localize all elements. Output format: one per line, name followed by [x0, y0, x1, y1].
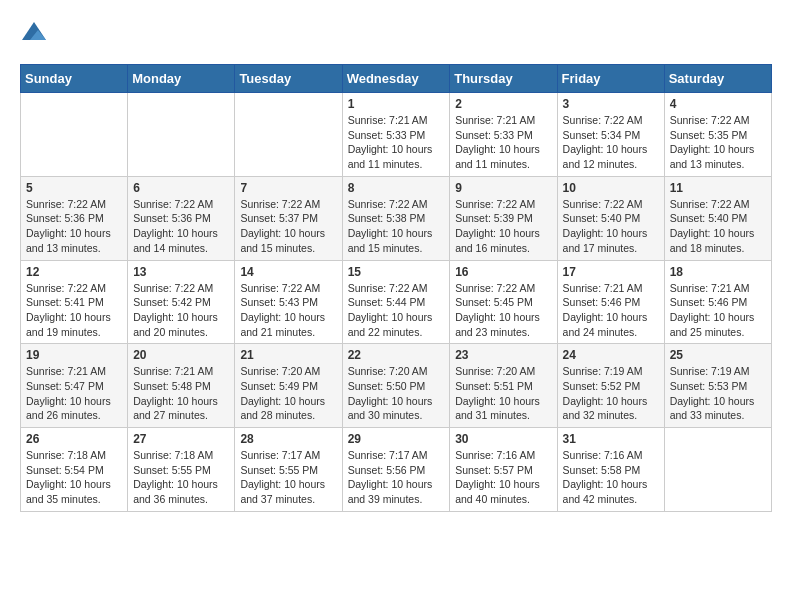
day-content: Sunrise: 7:21 AM Sunset: 5:48 PM Dayligh…	[133, 364, 229, 423]
day-content: Sunrise: 7:22 AM Sunset: 5:36 PM Dayligh…	[133, 197, 229, 256]
day-content: Sunrise: 7:19 AM Sunset: 5:53 PM Dayligh…	[670, 364, 766, 423]
day-number: 27	[133, 432, 229, 446]
calendar-cell: 1Sunrise: 7:21 AM Sunset: 5:33 PM Daylig…	[342, 93, 450, 177]
day-content: Sunrise: 7:21 AM Sunset: 5:46 PM Dayligh…	[670, 281, 766, 340]
day-content: Sunrise: 7:22 AM Sunset: 5:42 PM Dayligh…	[133, 281, 229, 340]
calendar-cell: 18Sunrise: 7:21 AM Sunset: 5:46 PM Dayli…	[664, 260, 771, 344]
day-content: Sunrise: 7:21 AM Sunset: 5:33 PM Dayligh…	[455, 113, 551, 172]
logo-icon	[20, 20, 48, 48]
day-number: 10	[563, 181, 659, 195]
weekday-header-friday: Friday	[557, 65, 664, 93]
day-number: 7	[240, 181, 336, 195]
day-content: Sunrise: 7:17 AM Sunset: 5:55 PM Dayligh…	[240, 448, 336, 507]
day-number: 26	[26, 432, 122, 446]
calendar-table: SundayMondayTuesdayWednesdayThursdayFrid…	[20, 64, 772, 512]
day-content: Sunrise: 7:18 AM Sunset: 5:55 PM Dayligh…	[133, 448, 229, 507]
day-number: 1	[348, 97, 445, 111]
calendar-cell: 2Sunrise: 7:21 AM Sunset: 5:33 PM Daylig…	[450, 93, 557, 177]
calendar-cell	[128, 93, 235, 177]
day-number: 17	[563, 265, 659, 279]
week-row-2: 5Sunrise: 7:22 AM Sunset: 5:36 PM Daylig…	[21, 176, 772, 260]
calendar-cell: 22Sunrise: 7:20 AM Sunset: 5:50 PM Dayli…	[342, 344, 450, 428]
calendar-cell: 21Sunrise: 7:20 AM Sunset: 5:49 PM Dayli…	[235, 344, 342, 428]
weekday-header-row: SundayMondayTuesdayWednesdayThursdayFrid…	[21, 65, 772, 93]
calendar-cell: 6Sunrise: 7:22 AM Sunset: 5:36 PM Daylig…	[128, 176, 235, 260]
day-number: 12	[26, 265, 122, 279]
weekday-header-wednesday: Wednesday	[342, 65, 450, 93]
day-content: Sunrise: 7:16 AM Sunset: 5:57 PM Dayligh…	[455, 448, 551, 507]
calendar-cell: 3Sunrise: 7:22 AM Sunset: 5:34 PM Daylig…	[557, 93, 664, 177]
day-number: 15	[348, 265, 445, 279]
calendar-cell: 30Sunrise: 7:16 AM Sunset: 5:57 PM Dayli…	[450, 428, 557, 512]
day-content: Sunrise: 7:17 AM Sunset: 5:56 PM Dayligh…	[348, 448, 445, 507]
calendar-cell: 28Sunrise: 7:17 AM Sunset: 5:55 PM Dayli…	[235, 428, 342, 512]
day-number: 8	[348, 181, 445, 195]
calendar-cell: 29Sunrise: 7:17 AM Sunset: 5:56 PM Dayli…	[342, 428, 450, 512]
calendar-cell: 5Sunrise: 7:22 AM Sunset: 5:36 PM Daylig…	[21, 176, 128, 260]
day-number: 25	[670, 348, 766, 362]
day-content: Sunrise: 7:16 AM Sunset: 5:58 PM Dayligh…	[563, 448, 659, 507]
day-number: 22	[348, 348, 445, 362]
calendar-cell: 20Sunrise: 7:21 AM Sunset: 5:48 PM Dayli…	[128, 344, 235, 428]
calendar-cell: 15Sunrise: 7:22 AM Sunset: 5:44 PM Dayli…	[342, 260, 450, 344]
calendar-cell	[235, 93, 342, 177]
calendar-cell: 31Sunrise: 7:16 AM Sunset: 5:58 PM Dayli…	[557, 428, 664, 512]
day-number: 21	[240, 348, 336, 362]
day-number: 20	[133, 348, 229, 362]
calendar-cell: 26Sunrise: 7:18 AM Sunset: 5:54 PM Dayli…	[21, 428, 128, 512]
day-content: Sunrise: 7:22 AM Sunset: 5:34 PM Dayligh…	[563, 113, 659, 172]
day-content: Sunrise: 7:22 AM Sunset: 5:38 PM Dayligh…	[348, 197, 445, 256]
day-content: Sunrise: 7:22 AM Sunset: 5:41 PM Dayligh…	[26, 281, 122, 340]
calendar-cell: 17Sunrise: 7:21 AM Sunset: 5:46 PM Dayli…	[557, 260, 664, 344]
day-content: Sunrise: 7:20 AM Sunset: 5:49 PM Dayligh…	[240, 364, 336, 423]
day-content: Sunrise: 7:21 AM Sunset: 5:46 PM Dayligh…	[563, 281, 659, 340]
calendar-cell: 14Sunrise: 7:22 AM Sunset: 5:43 PM Dayli…	[235, 260, 342, 344]
calendar-cell: 23Sunrise: 7:20 AM Sunset: 5:51 PM Dayli…	[450, 344, 557, 428]
weekday-header-thursday: Thursday	[450, 65, 557, 93]
week-row-3: 12Sunrise: 7:22 AM Sunset: 5:41 PM Dayli…	[21, 260, 772, 344]
day-number: 5	[26, 181, 122, 195]
day-content: Sunrise: 7:22 AM Sunset: 5:40 PM Dayligh…	[563, 197, 659, 256]
calendar-cell: 19Sunrise: 7:21 AM Sunset: 5:47 PM Dayli…	[21, 344, 128, 428]
weekday-header-sunday: Sunday	[21, 65, 128, 93]
calendar-cell	[664, 428, 771, 512]
day-content: Sunrise: 7:20 AM Sunset: 5:51 PM Dayligh…	[455, 364, 551, 423]
day-number: 28	[240, 432, 336, 446]
page-header	[20, 20, 772, 48]
day-number: 4	[670, 97, 766, 111]
day-number: 6	[133, 181, 229, 195]
calendar-cell: 4Sunrise: 7:22 AM Sunset: 5:35 PM Daylig…	[664, 93, 771, 177]
calendar-cell: 25Sunrise: 7:19 AM Sunset: 5:53 PM Dayli…	[664, 344, 771, 428]
day-number: 11	[670, 181, 766, 195]
day-number: 29	[348, 432, 445, 446]
day-content: Sunrise: 7:20 AM Sunset: 5:50 PM Dayligh…	[348, 364, 445, 423]
calendar-cell: 27Sunrise: 7:18 AM Sunset: 5:55 PM Dayli…	[128, 428, 235, 512]
day-number: 31	[563, 432, 659, 446]
day-number: 18	[670, 265, 766, 279]
day-content: Sunrise: 7:18 AM Sunset: 5:54 PM Dayligh…	[26, 448, 122, 507]
calendar-cell: 9Sunrise: 7:22 AM Sunset: 5:39 PM Daylig…	[450, 176, 557, 260]
calendar-cell: 16Sunrise: 7:22 AM Sunset: 5:45 PM Dayli…	[450, 260, 557, 344]
day-content: Sunrise: 7:22 AM Sunset: 5:39 PM Dayligh…	[455, 197, 551, 256]
week-row-1: 1Sunrise: 7:21 AM Sunset: 5:33 PM Daylig…	[21, 93, 772, 177]
logo	[20, 20, 50, 48]
day-number: 19	[26, 348, 122, 362]
day-content: Sunrise: 7:21 AM Sunset: 5:33 PM Dayligh…	[348, 113, 445, 172]
day-number: 23	[455, 348, 551, 362]
day-content: Sunrise: 7:19 AM Sunset: 5:52 PM Dayligh…	[563, 364, 659, 423]
day-content: Sunrise: 7:22 AM Sunset: 5:40 PM Dayligh…	[670, 197, 766, 256]
calendar-cell: 11Sunrise: 7:22 AM Sunset: 5:40 PM Dayli…	[664, 176, 771, 260]
day-content: Sunrise: 7:22 AM Sunset: 5:45 PM Dayligh…	[455, 281, 551, 340]
calendar-cell: 8Sunrise: 7:22 AM Sunset: 5:38 PM Daylig…	[342, 176, 450, 260]
weekday-header-saturday: Saturday	[664, 65, 771, 93]
calendar-cell: 10Sunrise: 7:22 AM Sunset: 5:40 PM Dayli…	[557, 176, 664, 260]
calendar-cell: 24Sunrise: 7:19 AM Sunset: 5:52 PM Dayli…	[557, 344, 664, 428]
weekday-header-monday: Monday	[128, 65, 235, 93]
day-number: 3	[563, 97, 659, 111]
day-content: Sunrise: 7:22 AM Sunset: 5:36 PM Dayligh…	[26, 197, 122, 256]
day-number: 14	[240, 265, 336, 279]
day-content: Sunrise: 7:22 AM Sunset: 5:44 PM Dayligh…	[348, 281, 445, 340]
calendar-cell: 12Sunrise: 7:22 AM Sunset: 5:41 PM Dayli…	[21, 260, 128, 344]
day-number: 24	[563, 348, 659, 362]
week-row-4: 19Sunrise: 7:21 AM Sunset: 5:47 PM Dayli…	[21, 344, 772, 428]
